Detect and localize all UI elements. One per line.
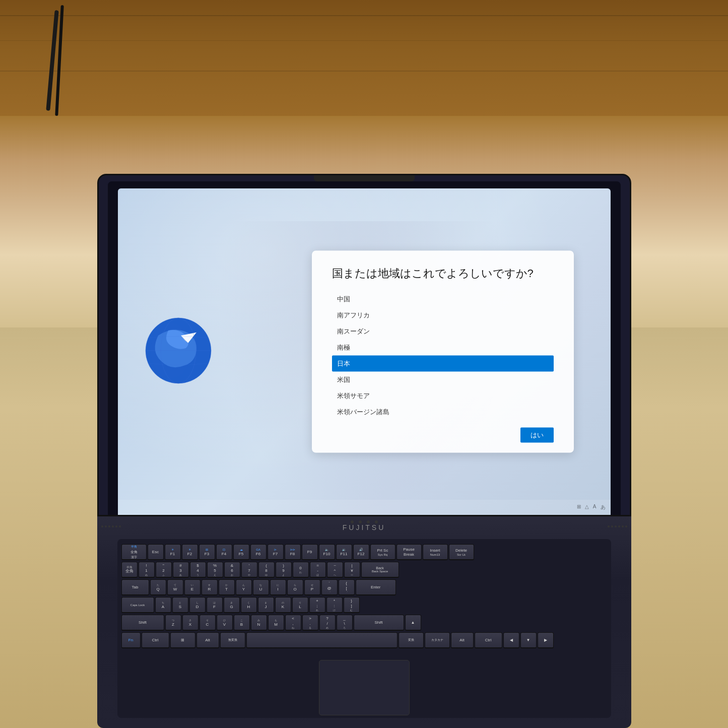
key-colon[interactable]: *:け — [326, 597, 343, 613]
key-p[interactable]: せP — [304, 579, 320, 595]
key-f2[interactable]: ☀F2 — [182, 544, 198, 560]
key-o[interactable]: らO — [287, 579, 303, 595]
key-5[interactable]: %5え — [207, 562, 223, 578]
key-arrow-up[interactable]: ▲ — [405, 615, 421, 631]
key-v[interactable]: ひV — [217, 615, 233, 631]
key-f11[interactable]: 🔉F11 — [336, 544, 352, 560]
key-l[interactable]: りL — [292, 597, 308, 613]
key-esc-main[interactable]: Esc — [148, 544, 164, 560]
key-f10[interactable]: 🔈F10 — [319, 544, 335, 560]
key-t[interactable]: かT — [219, 579, 235, 595]
key-1[interactable]: !1ぬ — [139, 562, 155, 578]
country-item-south-pole[interactable]: 南極 — [332, 340, 554, 356]
key-d[interactable]: しD — [189, 597, 206, 613]
country-list[interactable]: 中国 南アフリカ 南スーダン 南極 日本 米国 米領サモア 米領バージン諸島 — [332, 291, 554, 420]
key-2[interactable]: "2ふ — [156, 562, 172, 578]
key-at[interactable]: `@゛ — [321, 579, 338, 595]
key-henkan[interactable]: 変換 — [399, 632, 424, 648]
key-bracket-l[interactable]: {[゜ — [339, 579, 355, 595]
country-item-china[interactable]: 中国 — [332, 291, 554, 307]
key-hankaku[interactable]: 半角全角 — [121, 562, 138, 578]
key-f4[interactable]: ⊡F4 — [216, 544, 232, 560]
key-minus[interactable]: =-ほ — [310, 562, 326, 578]
key-ctrl-right[interactable]: Ctrl — [475, 632, 502, 648]
key-6[interactable]: &6お — [224, 562, 240, 578]
key-j[interactable]: まJ — [258, 597, 274, 613]
key-h[interactable]: くH — [241, 597, 257, 613]
country-item-south-sudan[interactable]: 南スーダン — [332, 323, 554, 340]
key-arrow-down[interactable]: ▼ — [520, 632, 537, 648]
button-no[interactable]: はい — [520, 428, 554, 443]
key-alt-right[interactable]: Alt — [451, 632, 474, 648]
key-space[interactable] — [246, 632, 398, 648]
key-i[interactable]: にI — [270, 579, 286, 595]
key-b[interactable]: こB — [234, 615, 250, 631]
key-arrow-right[interactable]: ▶ — [538, 632, 554, 648]
key-comma[interactable]: <,ね — [285, 615, 301, 631]
key-capslock[interactable]: Caps Lock — [121, 597, 154, 613]
key-c[interactable]: そC — [200, 615, 216, 631]
key-q[interactable]: たQ — [150, 579, 166, 595]
key-f7[interactable]: ⊳F7 — [268, 544, 284, 560]
key-f3[interactable]: ⊞F3 — [199, 544, 215, 560]
key-katakana[interactable]: カタカナ — [425, 632, 450, 648]
key-s[interactable]: とS — [172, 597, 188, 613]
key-w[interactable]: てW — [167, 579, 183, 595]
key-prtsc[interactable]: Prt ScSys Rq — [370, 544, 395, 560]
country-item-south-africa[interactable]: 南アフリカ — [332, 307, 554, 323]
laptop-screen: 国または地域はこれでよろしいですか? 中国 南アフリカ 南スーダン 南極 日本 … — [118, 188, 611, 515]
key-f9[interactable]: F9 — [302, 544, 318, 560]
key-esc[interactable]: 半角全角漢字 — [121, 544, 147, 560]
key-shift-left[interactable]: Shift — [121, 615, 164, 631]
key-pause-break[interactable]: PauseBreak — [396, 544, 422, 560]
key-f[interactable]: はF — [207, 597, 223, 613]
key-insert[interactable]: InsertNum13 — [423, 544, 448, 560]
key-ctrl-left[interactable]: Ctrl — [142, 632, 169, 648]
asdf-row: Caps Lock ちA とS しD はF きG くH まJ のK りL +;れ… — [121, 597, 607, 613]
key-slash[interactable]: ?/め — [319, 615, 336, 631]
key-shift-right[interactable]: Shift — [354, 615, 404, 631]
key-4[interactable]: $4う — [190, 562, 206, 578]
key-backspace[interactable]: Back Back Space — [361, 562, 399, 578]
key-k[interactable]: のK — [275, 597, 291, 613]
country-item-usa[interactable]: 米国 — [332, 372, 554, 388]
key-y[interactable]: んY — [236, 579, 252, 595]
key-period[interactable]: >.る — [302, 615, 318, 631]
key-n[interactable]: みN — [251, 615, 267, 631]
country-item-american-samoa[interactable]: 米領サモア — [332, 388, 554, 404]
key-f12[interactable]: 🔊F12 — [353, 544, 369, 560]
key-a[interactable]: ちA — [155, 597, 171, 613]
key-arrow-left[interactable]: ◀ — [503, 632, 519, 648]
key-m[interactable]: もM — [268, 615, 284, 631]
country-item-japan[interactable]: 日本 — [332, 356, 554, 372]
key-7[interactable]: '7や — [241, 562, 257, 578]
key-yen[interactable]: |¥ー — [344, 562, 360, 578]
key-caret[interactable]: ~^へ — [327, 562, 343, 578]
key-f6[interactable]: GAF6 — [250, 544, 267, 560]
key-8[interactable]: (8ゆ — [258, 562, 275, 578]
key-f1[interactable]: ☀F1 — [165, 544, 181, 560]
key-x[interactable]: さX — [182, 615, 198, 631]
key-3[interactable]: #3あ — [173, 562, 189, 578]
key-semicolon[interactable]: +;れ — [309, 597, 325, 613]
key-backslash[interactable]: _\ろ — [337, 615, 353, 631]
touchpad[interactable] — [319, 660, 410, 715]
key-f8[interactable]: ⊳⊳F8 — [285, 544, 301, 560]
key-delete[interactable]: DeleteScr Lk — [449, 544, 474, 560]
key-0[interactable]: 0わ — [293, 562, 309, 578]
country-item-us-virgin-islands[interactable]: 米領バージン諸島 — [332, 404, 554, 420]
key-enter[interactable]: Enter — [356, 579, 396, 595]
key-z[interactable]: つZ — [165, 615, 181, 631]
key-fn[interactable]: Fn — [121, 632, 141, 648]
key-9[interactable]: )9よ — [276, 562, 292, 578]
key-bracket-r[interactable]: }]む — [344, 597, 360, 613]
key-win[interactable]: ⊞ — [170, 632, 195, 648]
key-tab[interactable]: Tab — [121, 579, 149, 595]
key-r[interactable]: すR — [202, 579, 218, 595]
key-g[interactable]: きG — [224, 597, 240, 613]
key-alt-left[interactable]: Alt — [196, 632, 219, 648]
key-e[interactable]: いE — [184, 579, 201, 595]
key-u[interactable]: なU — [253, 579, 269, 595]
key-f5[interactable]: ☁F5 — [233, 544, 249, 560]
key-muhenkan[interactable]: 無変換 — [220, 632, 245, 648]
